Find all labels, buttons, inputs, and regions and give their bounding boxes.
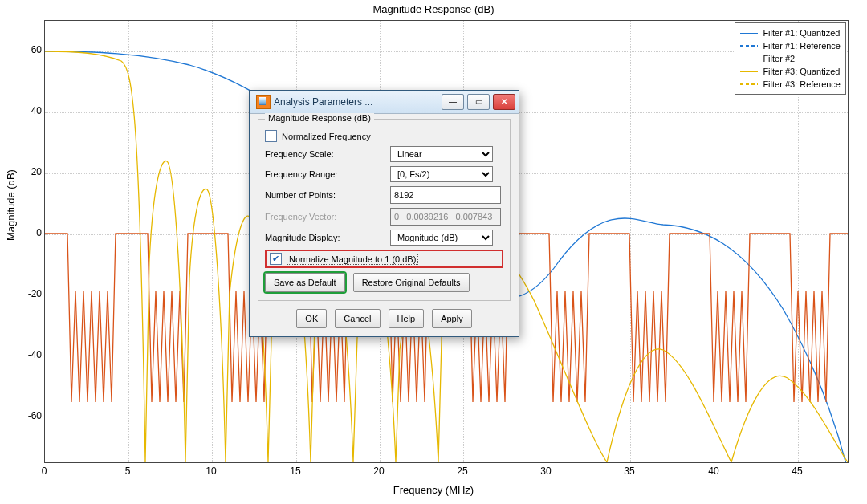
help-button[interactable]: Help xyxy=(389,309,425,328)
legend-item: Filter #1: Quantized xyxy=(740,26,841,39)
save-as-default-button[interactable]: Save as Default xyxy=(265,273,345,292)
freq-vector-label: Frequency Vector: xyxy=(265,212,385,222)
restore-defaults-button[interactable]: Restore Original Defaults xyxy=(353,273,470,292)
legend: Filter #1: Quantized Filter #1: Referenc… xyxy=(735,22,846,95)
xtick: 10 xyxy=(195,465,227,477)
magnitude-response-group: Magnitude Response (dB) Normalized Frequ… xyxy=(258,119,511,301)
mag-display-label: Magnitude Display: xyxy=(265,233,385,242)
ytick: 20 xyxy=(10,166,42,177)
checkbox-icon: ✔ xyxy=(270,253,282,265)
legend-item: Filter #1: Reference xyxy=(740,39,841,52)
chart-title: Magnitude Response (dB) xyxy=(0,3,867,15)
matlab-icon xyxy=(256,95,271,109)
num-points-label: Number of Points: xyxy=(265,190,385,200)
xtick: 35 xyxy=(613,465,645,477)
dialog-titlebar[interactable]: Analysis Parameters ... — ▭ ✕ xyxy=(250,91,519,114)
ytick: -60 xyxy=(10,410,42,421)
ok-button[interactable]: OK xyxy=(296,309,327,328)
checkbox-icon xyxy=(265,130,277,142)
x-axis-label: Frequency (MHz) xyxy=(0,484,867,496)
legend-label: Filter #1: Reference xyxy=(763,39,841,52)
ytick: 60 xyxy=(10,44,42,55)
legend-label: Filter #2 xyxy=(763,52,795,65)
highlight-red: ✔ Normalize Magnitude to 1 (0 dB) xyxy=(265,250,503,268)
legend-item: Filter #3: Quantized xyxy=(740,65,841,78)
freq-scale-label: Frequency Scale: xyxy=(265,149,385,159)
minimize-button[interactable]: — xyxy=(442,94,464,110)
xtick: 20 xyxy=(363,465,395,477)
checkbox-label: Normalized Frequency xyxy=(282,132,371,141)
freq-vector-input xyxy=(390,208,501,226)
num-points-input[interactable] xyxy=(390,186,501,204)
apply-button[interactable]: Apply xyxy=(432,309,472,328)
xtick: 45 xyxy=(781,465,813,477)
legend-item: Filter #3: Reference xyxy=(740,78,841,91)
legend-label: Filter #1: Quantized xyxy=(763,26,840,39)
analysis-parameters-dialog: Analysis Parameters ... — ▭ ✕ Magnitude … xyxy=(249,90,519,337)
legend-item: Filter #2 xyxy=(740,52,841,65)
freq-scale-select[interactable]: Linear xyxy=(390,146,493,162)
dialog-body: Magnitude Response (dB) Normalized Frequ… xyxy=(250,114,519,336)
group-title: Magnitude Response (dB) xyxy=(265,113,374,123)
xtick: 25 xyxy=(446,465,478,477)
normalize-magnitude-checkbox[interactable]: ✔ Normalize Magnitude to 1 (0 dB) xyxy=(270,253,499,265)
xtick: 0 xyxy=(28,465,60,477)
maximize-button[interactable]: ▭ xyxy=(467,94,490,110)
legend-label: Filter #3: Quantized xyxy=(763,65,840,78)
ytick: -40 xyxy=(10,349,42,360)
ytick: 0 xyxy=(10,227,42,238)
checkbox-label: Normalize Magnitude to 1 (0 dB) xyxy=(287,254,418,265)
freq-range-select[interactable]: [0, Fs/2) xyxy=(390,166,493,182)
legend-label: Filter #3: Reference xyxy=(763,78,841,91)
normalized-frequency-checkbox[interactable]: Normalized Frequency xyxy=(265,130,503,142)
freq-range-label: Frequency Range: xyxy=(265,169,385,179)
ytick: -20 xyxy=(10,288,42,299)
ytick: 40 xyxy=(10,105,42,116)
cancel-button[interactable]: Cancel xyxy=(335,309,380,328)
xtick: 40 xyxy=(698,465,730,477)
xtick: 15 xyxy=(279,465,311,477)
dialog-title: Analysis Parameters ... xyxy=(274,96,438,108)
close-button[interactable]: ✕ xyxy=(493,94,515,110)
xtick: 30 xyxy=(530,465,562,477)
mag-display-select[interactable]: Magnitude (dB) xyxy=(390,230,493,246)
xtick: 5 xyxy=(112,465,144,477)
